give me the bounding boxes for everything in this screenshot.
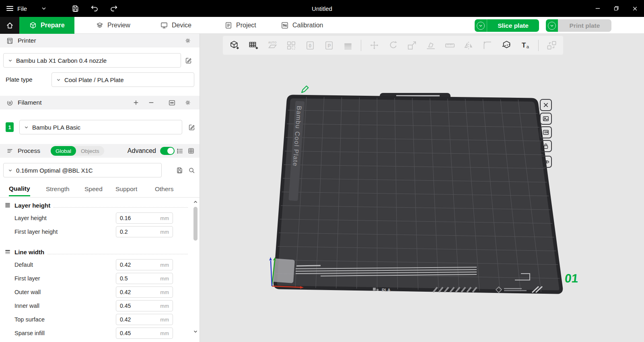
save-preset-button[interactable] — [174, 165, 185, 175]
tab-device[interactable]: Device — [160, 17, 191, 34]
scope-global-pill[interactable]: Global — [51, 146, 76, 156]
param-row: First layer mm — [0, 272, 192, 285]
plate-edit-pencil-icon[interactable] — [302, 86, 308, 93]
undo-icon — [90, 4, 99, 13]
print-plate-button[interactable]: Print plate — [558, 19, 611, 32]
printer-settings-button[interactable] — [183, 35, 193, 46]
delete-plate-button[interactable] — [540, 99, 552, 111]
param-input-box: mm — [116, 300, 173, 311]
build-plate[interactable]: Bambu Cool Plate PLA — [272, 97, 561, 293]
plate-type-select[interactable]: Cool Plate / PLA Plate — [51, 72, 194, 87]
param-label: Outer wall — [14, 289, 41, 295]
remove-filament-button[interactable] — [146, 97, 156, 108]
scrollbar-thumb[interactable] — [193, 207, 198, 241]
auto-orient-button[interactable]: AUTO — [264, 37, 281, 54]
add-plate-button[interactable] — [245, 37, 262, 54]
plate-number[interactable]: 01 — [564, 272, 579, 285]
slice-options-button[interactable] — [475, 19, 487, 32]
param-label: Layer height — [14, 215, 47, 221]
tab-quality[interactable]: Quality — [9, 182, 30, 196]
mirror-button[interactable] — [460, 37, 477, 54]
line-width-default-input[interactable] — [120, 262, 154, 268]
arrange-button[interactable] — [283, 37, 300, 54]
list-icon — [176, 147, 184, 155]
project-icon — [224, 21, 232, 29]
scroll-up-button[interactable] — [192, 199, 199, 205]
tab-preview[interactable]: Preview — [96, 17, 130, 34]
param-label: First layer height — [14, 229, 58, 235]
lock-plate-button[interactable] — [540, 140, 552, 152]
viewport-3d[interactable]: AUTO 0 P — [200, 34, 644, 342]
line-width-outer-wall-input[interactable] — [120, 289, 154, 295]
svg-text:0: 0 — [309, 43, 312, 48]
split-to-parts-button[interactable]: P — [321, 37, 337, 54]
fillet-button[interactable] — [479, 37, 496, 54]
search-preset-button[interactable] — [186, 165, 197, 175]
edit-filament-button[interactable] — [186, 122, 197, 132]
line-width-first-layer-input[interactable] — [120, 275, 154, 282]
slice-plate-button[interactable]: Slice plate — [487, 19, 539, 32]
scale-icon — [407, 40, 417, 51]
ams-sync-button[interactable] — [167, 97, 177, 108]
edit-printer-button[interactable] — [183, 55, 193, 66]
first-layer-height-input[interactable] — [120, 229, 154, 235]
tab-calibration[interactable]: Calibration — [281, 17, 323, 34]
file-menu-button[interactable]: File — [0, 0, 53, 17]
tab-prepare[interactable]: Prepare — [19, 17, 74, 34]
add-filament-button[interactable] — [131, 97, 141, 108]
tab-project[interactable]: Project — [224, 17, 256, 34]
cut-button[interactable] — [498, 37, 515, 54]
tab-others[interactable]: Others — [155, 182, 174, 196]
plate-image-button[interactable] — [540, 113, 552, 125]
rotate-button[interactable] — [385, 37, 401, 54]
param-row: Sparse infill mm — [0, 326, 192, 340]
maximize-icon — [613, 5, 620, 12]
measure-button[interactable] — [441, 37, 458, 54]
lay-flat-button[interactable] — [422, 37, 439, 54]
printer-select[interactable]: Bambu Lab X1 Carbon 0.4 nozzle — [3, 53, 181, 68]
process-scope-toggle[interactable]: Global Objects — [51, 146, 104, 156]
line-width-top-surface-input[interactable] — [120, 316, 154, 323]
assembly-view-icon — [546, 40, 557, 51]
unit-label: mm — [160, 262, 169, 268]
home-button[interactable] — [0, 17, 19, 34]
tab-speed[interactable]: Speed — [84, 182, 103, 196]
tab-strength[interactable]: Strength — [46, 182, 70, 196]
scale-button[interactable] — [403, 37, 420, 54]
add-text-button[interactable]: Ta — [517, 37, 534, 54]
filament-select[interactable]: Bambu PLA Basic — [19, 120, 182, 134]
move-button[interactable] — [366, 37, 383, 54]
add-button[interactable] — [226, 37, 243, 54]
objects-list-button[interactable] — [175, 146, 185, 156]
scroll-down-button[interactable] — [192, 328, 199, 335]
save-icon — [176, 167, 183, 174]
save-icon — [71, 4, 80, 13]
process-section-header: Process Global Objects Advanced — [0, 144, 200, 158]
process-preset-value: 0.16mm Optimal @BBL X1C — [16, 167, 93, 174]
process-preset-select[interactable]: 0.16mm Optimal @BBL X1C — [3, 163, 162, 177]
plate-settings-button[interactable] — [540, 126, 552, 138]
eye-icon — [542, 158, 550, 166]
variable-layer-height-button[interactable] — [339, 37, 356, 54]
undo-button[interactable] — [89, 3, 100, 14]
parameter-table-button[interactable] — [186, 146, 196, 156]
advanced-toggle[interactable] — [160, 147, 175, 155]
parameter-list: Layer height Layer height mm First layer… — [0, 198, 192, 342]
save-button[interactable] — [70, 3, 81, 14]
assembly-view-button[interactable] — [543, 37, 560, 54]
minimize-button[interactable] — [588, 0, 607, 17]
plate-visibility-button[interactable] — [540, 156, 552, 168]
maximize-button[interactable] — [607, 0, 625, 17]
layer-height-input[interactable] — [120, 215, 154, 221]
print-options-button[interactable] — [546, 19, 558, 32]
filament-settings-button[interactable] — [183, 97, 193, 108]
move-icon — [369, 40, 380, 51]
line-width-sparse-infill-input[interactable] — [120, 330, 154, 336]
redo-button[interactable] — [108, 3, 119, 14]
line-width-inner-wall-input[interactable] — [120, 303, 154, 309]
svg-text:01: 01 — [564, 272, 579, 285]
close-button[interactable] — [625, 0, 644, 17]
tab-support[interactable]: Support — [115, 182, 137, 196]
scope-objects-pill[interactable]: Objects — [76, 148, 104, 154]
split-to-objects-button[interactable]: 0 — [302, 37, 319, 54]
